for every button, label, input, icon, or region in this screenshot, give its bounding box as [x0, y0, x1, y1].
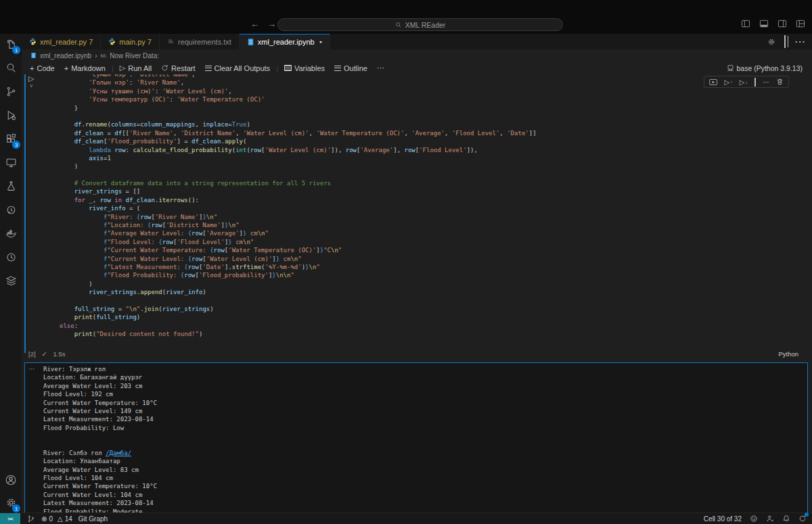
remote-indicator[interactable]: >< — [0, 513, 20, 524]
code-line[interactable]: df_clean = df[['River Name', 'District N… — [60, 129, 537, 137]
code-line[interactable]: river_strings = [] — [60, 187, 537, 195]
output-line[interactable]: Flood Level: 192 cm — [43, 390, 157, 398]
delete-cell-icon[interactable] — [776, 78, 784, 86]
code-line[interactable]: river_info = ( — [60, 204, 537, 212]
execute-above-icon[interactable]: ▷↑ — [725, 78, 733, 86]
restart-button[interactable]: Restart — [156, 64, 200, 72]
output-line[interactable]: River: Тэрэлж гол — [43, 365, 157, 373]
toggle-secondary-sidebar-icon[interactable] — [777, 20, 787, 28]
output-line[interactable]: River: Сэлбэ гол /Дамба/ — [43, 449, 157, 457]
output-line[interactable]: Latest Measurement: 2023-08-14 — [43, 415, 157, 423]
breadcrumb-section[interactable]: Now River Data: — [110, 52, 159, 59]
nav-forward-icon[interactable]: → — [267, 20, 276, 28]
code-line[interactable] — [60, 112, 537, 120]
output-line[interactable]: Flood Probability: Low — [43, 424, 157, 432]
output-line[interactable]: Average Water Level: 203 cm — [43, 382, 157, 390]
testing-icon[interactable] — [0, 176, 22, 196]
output-line[interactable] — [43, 432, 157, 440]
extensions-icon[interactable]: 3 — [0, 128, 22, 149]
run-all-button[interactable]: ▷ Run All — [115, 64, 156, 72]
code-line[interactable]: lambda row: calculate_flood_probability(… — [60, 146, 537, 154]
tab-main-py[interactable]: main.py 7 — [101, 34, 160, 49]
code-line[interactable]: river_strings.append(river_info) — [60, 288, 537, 296]
code-line[interactable]: df_clean['Flood_probability'] = df_clean… — [60, 137, 537, 145]
toolbar-more-actions-icon[interactable]: ⋯ — [372, 64, 389, 72]
code-line[interactable]: 'Голын нэр': 'River Name', — [60, 78, 537, 87]
cell-position[interactable]: Cell 30 of 32 — [704, 515, 742, 523]
editor-settings-gear-icon[interactable] — [767, 38, 775, 46]
output-line[interactable]: Current Water Temperature: 10°C — [43, 399, 157, 407]
code-line[interactable]: df.rename(columns=column_mappings, inpla… — [60, 120, 537, 128]
tab-requirements-txt[interactable]: requirements.txt — [160, 34, 240, 49]
code-line[interactable]: axis=1 — [60, 154, 537, 162]
code-line[interactable]: f"Flood Level: {row['Flood Level']} cm\n… — [60, 238, 537, 246]
command-center-search[interactable]: XML REader — [277, 18, 563, 31]
git-branch-icon[interactable] — [27, 515, 35, 523]
add-markdown-cell-button[interactable]: + Markdown — [60, 64, 110, 72]
docker-icon[interactable] — [0, 223, 22, 243]
output-more-actions-icon[interactable]: ⋯ — [25, 365, 39, 373]
execute-below-icon[interactable]: ▷↓ — [740, 78, 748, 86]
output-line[interactable]: Current Water Temperature: 10°C — [43, 482, 157, 490]
code-line[interactable] — [60, 297, 537, 305]
debug-cell-icon[interactable] — [709, 78, 718, 86]
code-line[interactable]: print(full_string) — [60, 313, 537, 321]
output-line[interactable]: Flood Level: 104 cm — [43, 474, 157, 482]
settings-gear-icon[interactable]: 1 — [0, 492, 22, 513]
code-line[interactable]: full_string = "\n".join(river_strings) — [60, 305, 537, 313]
kernel-picker[interactable]: base (Python 3.9.13) — [727, 64, 803, 72]
cell-language-picker[interactable]: Python — [778, 350, 798, 358]
nav-back-icon[interactable]: ← — [250, 20, 259, 28]
code-line[interactable]: ) — [60, 280, 537, 288]
code-line[interactable]: f"Current Water Temperature: {row['Water… — [60, 246, 537, 254]
run-cell-button[interactable]: ▷ ∨ — [28, 75, 34, 89]
tab-xml-reader-py[interactable]: xml_reader.py 7 — [22, 34, 101, 49]
notebook-kernel-icon[interactable] — [0, 199, 22, 220]
remote-explorer-icon[interactable] — [0, 152, 22, 172]
code-line[interactable]: print("Desired content not found!") — [60, 330, 537, 338]
add-code-cell-button[interactable]: + Code — [25, 64, 60, 72]
toggle-panel-icon[interactable] — [759, 20, 769, 28]
clear-all-outputs-button[interactable]: Clear All Outputs — [200, 64, 275, 72]
run-debug-icon[interactable] — [0, 105, 22, 125]
output-line[interactable]: Location: Багахангай дүүрэг — [43, 373, 157, 381]
code-line[interactable]: f"River: {row['River Name']}\n" — [60, 213, 537, 221]
code-line[interactable]: f"Location: {row['District Name']}\n" — [60, 221, 537, 229]
problems-indicator[interactable]: ⊗ 0 △ 14 — [41, 515, 72, 523]
toggle-sidebar-icon[interactable] — [741, 20, 750, 28]
search-view-icon[interactable] — [0, 57, 22, 78]
code-line[interactable]: ) — [60, 162, 537, 170]
feedback-smiley-icon[interactable] — [750, 515, 758, 523]
sync-status-icon[interactable] — [798, 515, 807, 523]
code-line[interactable]: for _, row in df_clean.iterrows(): — [60, 196, 537, 204]
output-line[interactable] — [43, 441, 157, 449]
output-line[interactable]: Average Water Level: 83 cm — [43, 466, 157, 474]
cell-more-actions-icon[interactable]: ⋯ — [763, 78, 769, 86]
editor-more-actions-icon[interactable]: ⋯ — [794, 35, 805, 48]
code-line[interactable]: f"Flood Probability: {row['Flood_probabi… — [60, 271, 537, 279]
code-line[interactable]: 'Усны түвшин (см)': 'Water Level (cm)', — [60, 87, 537, 95]
output-line[interactable]: Current Water Level: 104 cm — [43, 491, 157, 499]
timeline-icon[interactable] — [0, 247, 22, 267]
output-line[interactable]: Location: Улаанбаатар — [43, 457, 157, 465]
accounts-icon[interactable] — [0, 470, 22, 490]
git-graph-button[interactable]: Git Graph — [78, 515, 108, 523]
outline-button[interactable]: Outline — [330, 64, 372, 72]
code-line[interactable]: f"Average Water Level: {row['Average']} … — [60, 229, 537, 237]
variables-button[interactable]: Variables — [279, 64, 330, 72]
output-line[interactable]: Current Water Level: 149 cm — [43, 407, 157, 415]
code-line[interactable]: f"Latest Measurement: {row['Date'].strft… — [60, 263, 537, 271]
code-line[interactable]: else: — [60, 322, 537, 330]
tab-xml-reader-ipynb[interactable]: xml_reader.ipynb ● — [240, 34, 330, 49]
notifications-bell-icon[interactable] — [782, 515, 790, 523]
output-line[interactable]: Latest Measurement: 2023-08-14 — [43, 499, 157, 507]
layers-icon[interactable] — [0, 270, 22, 291]
modified-dot-icon[interactable]: ● — [319, 39, 322, 44]
code-line[interactable]: } — [60, 104, 537, 112]
breadcrumb-file[interactable]: xml_reader.ipynb — [40, 52, 91, 59]
code-line[interactable]: # Convert dataframe data into a string r… — [60, 179, 537, 187]
source-control-icon[interactable] — [0, 81, 22, 101]
code-line[interactable]: 'Усны температур (OC)': 'Water Temperatu… — [60, 95, 537, 103]
code-line[interactable] — [60, 171, 537, 179]
account-status-icon[interactable] — [766, 515, 774, 523]
